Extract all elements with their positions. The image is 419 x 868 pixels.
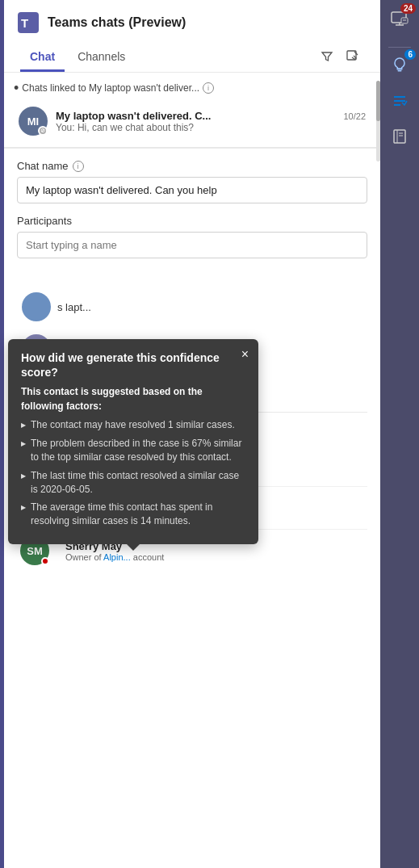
- svg-rect-6: [398, 70, 402, 72]
- form-section: Chat name i Participants: [4, 149, 380, 281]
- teams-logo: T: [17, 11, 40, 34]
- participants-input[interactable]: [17, 232, 367, 258]
- chat-name-input[interactable]: [17, 177, 367, 203]
- header: T Teams chats (Preview) Chat Channels: [4, 0, 380, 73]
- chat-badge: 24: [400, 3, 416, 14]
- partial-text-1: s lapt...: [57, 301, 91, 313]
- chat-preview-0: You: Hi, can we chat about this?: [56, 122, 366, 133]
- tooltip-point-2: The last time this contact resolved a si…: [21, 469, 245, 497]
- chat-date-0: 10/22: [343, 111, 366, 121]
- sidebar-chat-icon-wrap[interactable]: 24: [387, 6, 413, 32]
- tooltip-point-1: The problem described in the case is 67%…: [21, 437, 245, 464]
- bullet-point: •: [14, 81, 19, 95]
- tabs-bar: Chat Channels: [17, 44, 367, 72]
- tooltip-point-0: The contact may have resolved 1 similar …: [21, 418, 245, 432]
- compose-button[interactable]: [341, 47, 364, 69]
- tooltip-point-3: The average time this contact has spent …: [21, 501, 245, 528]
- tab-chat[interactable]: Chat: [20, 44, 65, 72]
- confidence-tooltip: × How did we generate this confidence sc…: [8, 339, 258, 544]
- chat-name-info-icon[interactable]: i: [73, 161, 84, 172]
- header-top: T Teams chats (Preview): [17, 11, 367, 34]
- chat-name-label: Chat name i: [17, 160, 367, 172]
- app-title: Teams chats (Preview): [48, 15, 186, 30]
- status-blocked: ⊘: [38, 126, 48, 136]
- list-icon: [387, 88, 413, 114]
- tooltip-body: This contact is suggested based on the f…: [21, 384, 245, 528]
- svg-text:T: T: [21, 16, 28, 30]
- tooltip-title: How did we generate this confidence scor…: [21, 350, 245, 379]
- suggested-item-1[interactable]: s lapt...: [17, 286, 367, 328]
- avatar-partial-1: [22, 292, 51, 321]
- right-sidebar: 24 6: [380, 0, 419, 868]
- svg-rect-5: [397, 69, 403, 70]
- group-label-text: Chats linked to My laptop wasn't deliver…: [22, 82, 199, 94]
- lightbulb-badge: 6: [404, 49, 416, 60]
- sidebar-book-icon-wrap[interactable]: [387, 124, 413, 149]
- filter-button[interactable]: [316, 47, 338, 69]
- participants-label: Participants: [17, 215, 367, 227]
- book-icon: [387, 124, 413, 149]
- sidebar-divider-1: [388, 47, 411, 48]
- contact-role-accent-sherry: Alpin...: [103, 552, 131, 562]
- tooltip-arrow: [127, 544, 140, 551]
- contact-role-sherry: Owner of Alpin... account: [65, 552, 164, 562]
- chat-info-0: My laptop wasn't delivered. C... 10/22 Y…: [56, 110, 366, 133]
- tooltip-list: The contact may have resolved 1 similar …: [21, 418, 245, 528]
- sidebar-list-icon-wrap[interactable]: [387, 88, 413, 114]
- chat-list-section: • Chats linked to My laptop wasn't deliv…: [4, 73, 380, 148]
- tooltip-close-button[interactable]: ×: [241, 347, 249, 362]
- tab-channels[interactable]: Channels: [68, 44, 135, 72]
- status-sherry: [41, 557, 49, 565]
- svg-rect-10: [394, 130, 405, 143]
- chat-item-0[interactable]: MI ⊘ My laptop wasn't delivered. C... 10…: [14, 100, 371, 142]
- sidebar-lightbulb-icon-wrap[interactable]: 6: [387, 52, 413, 78]
- group-info-icon[interactable]: i: [203, 82, 214, 94]
- chat-group-label: • Chats linked to My laptop wasn't deliv…: [14, 81, 371, 95]
- avatar-mi: MI ⊘: [19, 107, 48, 136]
- chat-info-top-0: My laptop wasn't delivered. C... 10/22: [56, 110, 366, 122]
- tooltip-intro: This contact is suggested based on the f…: [21, 386, 203, 412]
- chat-name-0: My laptop wasn't delivered. C...: [56, 110, 211, 122]
